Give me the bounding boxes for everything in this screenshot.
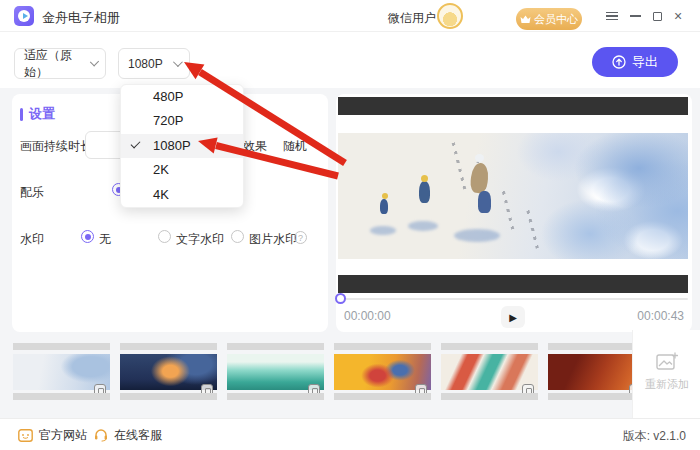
window-minimize-icon[interactable] bbox=[624, 0, 646, 32]
section-accent-bar bbox=[20, 108, 23, 121]
user-name: 微信用户 bbox=[388, 10, 436, 27]
current-time: 00:00:00 bbox=[344, 309, 391, 323]
official-website-label: 官方网站 bbox=[39, 427, 87, 444]
readd-label: 重新添加 bbox=[645, 378, 689, 390]
watermark-none-radio[interactable] bbox=[81, 230, 94, 243]
official-website-link[interactable]: 官方网站 bbox=[18, 419, 87, 450]
transition-effect-value[interactable]: 随机 bbox=[283, 138, 307, 155]
menu-item-1080p-label: 1080P bbox=[153, 138, 191, 153]
member-center-button[interactable]: 会员中心 bbox=[516, 8, 582, 30]
seek-handle[interactable] bbox=[335, 293, 346, 304]
menu-item-720p[interactable]: 720P bbox=[121, 109, 243, 133]
add-image-icon bbox=[656, 352, 678, 371]
thumbnail-6[interactable] bbox=[548, 343, 645, 401]
total-time: 00:00:43 bbox=[637, 309, 684, 323]
app-logo-icon bbox=[14, 6, 34, 26]
resolution-menu: 480P 720P 1080P 2K 4K bbox=[120, 84, 244, 208]
seek-track[interactable] bbox=[338, 298, 688, 300]
fit-mode-value: 适应（原始） bbox=[24, 47, 90, 81]
chevron-down-icon bbox=[89, 57, 99, 67]
resolution-select[interactable]: 1080P bbox=[118, 48, 190, 79]
thumbnail-2[interactable] bbox=[120, 343, 217, 401]
thumbnail-5[interactable] bbox=[441, 343, 538, 401]
export-label: 导出 bbox=[632, 53, 658, 71]
help-icon[interactable]: ? bbox=[294, 231, 307, 244]
user-avatar[interactable] bbox=[437, 3, 463, 29]
menu-item-4k[interactable]: 4K bbox=[121, 183, 243, 207]
online-support-link[interactable]: 在线客服 bbox=[94, 419, 162, 450]
menu-item-1080p[interactable]: 1080P bbox=[121, 134, 243, 158]
play-button[interactable]: ▶ bbox=[501, 306, 525, 328]
fit-mode-select[interactable]: 适应（原始） bbox=[14, 48, 106, 79]
thumbnail-1[interactable] bbox=[13, 343, 110, 401]
preview-panel: 00:00:00 ▶ 00:00:43 bbox=[336, 94, 692, 332]
menu-item-480p[interactable]: 480P bbox=[121, 85, 243, 109]
window-maximize-icon[interactable] bbox=[646, 0, 668, 32]
footer: 官方网站 在线客服 版本: v2.1.0 bbox=[0, 418, 700, 450]
letterbox-bar-top bbox=[338, 97, 688, 115]
toolbar: 适应（原始） 1080P 导出 bbox=[0, 33, 700, 88]
settings-section-title: 设置 bbox=[29, 105, 55, 123]
thumbnail-3[interactable] bbox=[227, 343, 324, 401]
window-close-icon[interactable]: × bbox=[667, 0, 689, 32]
readd-button[interactable]: 重新添加 bbox=[633, 352, 700, 392]
readd-panel: 重新添加 bbox=[632, 330, 700, 418]
watermark-text-label[interactable]: 文字水印 bbox=[176, 231, 224, 248]
letterbox-bar-bottom bbox=[338, 275, 688, 293]
check-icon bbox=[131, 138, 141, 148]
music-label: 配乐 bbox=[20, 184, 44, 201]
export-button[interactable]: 导出 bbox=[592, 47, 678, 77]
version-text: 版本: v2.1.0 bbox=[623, 428, 686, 445]
window-menu-icon[interactable] bbox=[601, 0, 623, 32]
watermark-image-label[interactable]: 图片水印 bbox=[249, 231, 297, 248]
headset-icon bbox=[94, 428, 108, 442]
thumbnail-4[interactable] bbox=[334, 343, 431, 401]
watermark-label: 水印 bbox=[20, 231, 44, 248]
resolution-value: 1080P bbox=[128, 57, 163, 71]
watermark-text-radio[interactable] bbox=[158, 230, 171, 243]
crown-icon bbox=[520, 15, 531, 24]
app-window: 金舟电子相册 微信用户 会员中心 × 适应（原始） 1080P 导出 bbox=[0, 0, 700, 450]
transition-effect-label: 效果 bbox=[243, 138, 267, 155]
titlebar: 金舟电子相册 微信用户 会员中心 × bbox=[0, 0, 700, 32]
member-center-label: 会员中心 bbox=[534, 12, 578, 27]
app-title: 金舟电子相册 bbox=[42, 9, 120, 27]
play-icon: ▶ bbox=[509, 312, 517, 323]
online-support-label: 在线客服 bbox=[114, 427, 162, 444]
watermark-image-radio[interactable] bbox=[231, 230, 244, 243]
menu-item-2k[interactable]: 2K bbox=[121, 158, 243, 182]
export-upload-icon bbox=[612, 55, 626, 69]
chevron-down-icon bbox=[173, 57, 183, 67]
preview-frame bbox=[338, 133, 688, 259]
website-icon bbox=[18, 429, 33, 442]
watermark-none-label[interactable]: 无 bbox=[99, 231, 111, 248]
duration-label: 画面持续时长 bbox=[20, 138, 92, 155]
